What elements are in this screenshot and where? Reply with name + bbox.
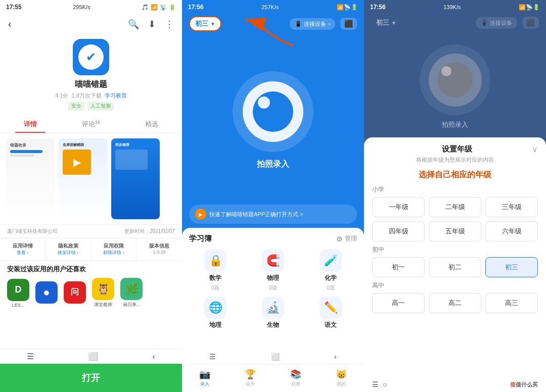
grade-btn-g1[interactable]: 一年级	[372, 197, 425, 217]
search-icon[interactable]: 🔍	[128, 19, 139, 30]
mini-icon-4: 🦉	[92, 278, 114, 300]
nav-scan[interactable]: 📷 录入	[182, 369, 228, 387]
app-links: 应用详情 查看 › 隐私政策 政策详情 › 应用权限 权限详情 › 版本信息 1…	[0, 238, 182, 261]
time-1: 17:55	[6, 4, 22, 11]
also-like-section: 安装过该应用的用户还喜欢 D LES... ● 问 🦉 课堂教师 🌿 扇贝单..…	[0, 261, 182, 310]
nav-back-icon[interactable]: ‹	[152, 352, 155, 361]
brand-label: 值值什么买	[510, 381, 538, 388]
grade-btn-h3[interactable]: 高三	[485, 293, 538, 313]
panel2-sys-nav: ☰ ⬜ ‹	[182, 350, 364, 364]
downloads: 1.8万次下载	[72, 92, 102, 100]
screenshot-3: 同步推荐	[111, 138, 160, 219]
speed-3: 139K/s	[443, 4, 461, 10]
camera-label-dim: 拍照录入	[442, 120, 468, 129]
subject-math[interactable]: 🔒 数学 0题	[189, 250, 242, 291]
sys-menu-icon-3[interactable]: ☰	[372, 380, 379, 388]
mini-icon-3: 问	[64, 281, 86, 304]
subject-biology[interactable]: 🔬 生物	[247, 297, 299, 331]
chevron-right-icon: ›	[328, 21, 330, 27]
header-icons: 🔍 ⬇ ⋮	[128, 19, 174, 30]
link-permission[interactable]: 应用权限 权限详情 ›	[91, 238, 136, 260]
nav-profile[interactable]: 😸 我的	[318, 369, 364, 387]
header-right-dim: 📱 连接设备 ⬛	[476, 17, 539, 29]
open-button[interactable]: 打开	[0, 364, 182, 392]
speed-2: 257K/s	[261, 4, 279, 10]
nav-home-icon[interactable]: ⬜	[88, 352, 98, 361]
download-icon[interactable]: ⬇	[148, 19, 156, 30]
manage-button[interactable]: ⚙ 管理	[336, 234, 357, 243]
also-like-app-4[interactable]: 🦉 课堂教师	[92, 278, 114, 308]
also-like-app-2[interactable]: ●	[35, 281, 58, 305]
more-icon[interactable]: ⋮	[165, 19, 174, 30]
scan-button[interactable]: ⬛	[340, 18, 357, 30]
panel-grade-bottom: ☰ ○ 值值什么买	[364, 377, 546, 392]
camera-icon	[233, 71, 313, 152]
sys-home-icon[interactable]: ⬜	[271, 353, 280, 361]
app-tabs: 详情 评论16 精选	[0, 116, 182, 133]
section-label-high: 高中	[372, 281, 538, 290]
sys-back-icon[interactable]: ‹	[334, 353, 337, 361]
grade-btn-m2[interactable]: 初二	[429, 257, 481, 277]
camera-label: 拍照录入	[257, 159, 289, 170]
sys-menu-icon[interactable]: ☰	[209, 353, 216, 361]
tag-safe: 安全	[68, 102, 84, 111]
scan-nav-icon: 📷	[199, 369, 210, 380]
connect-button[interactable]: 📱 连接设备 ›	[290, 18, 335, 30]
app-icon-inner: ✔	[78, 44, 104, 70]
grade-btn-g4[interactable]: 四年级	[372, 221, 425, 241]
back-button[interactable]: ‹	[8, 18, 12, 30]
nav-improve[interactable]: 🏆 提升	[228, 369, 273, 387]
nav-menu-icon[interactable]: ☰	[27, 352, 34, 361]
grade-btn-g3[interactable]: 三年级	[485, 197, 538, 217]
profile-nav-icon: 😸	[336, 369, 347, 380]
promo-banner[interactable]: ▶ 快速了解喵喵错题APP正确打开方式 >	[189, 205, 357, 224]
grade-grid-high: 高一 高二 高三	[372, 293, 538, 313]
connect-icon-dim: 📱	[481, 20, 488, 26]
header-right: 📱 连接设备 › ⬛	[290, 18, 357, 30]
wifi-icon: 📡	[160, 4, 167, 11]
subject-geography[interactable]: 🌐 地理	[189, 297, 242, 331]
section-label-elementary: 小学	[372, 185, 538, 194]
grade-btn-g5[interactable]: 五年级	[429, 221, 481, 241]
panel-grade: 17:56 139K/s 📶📡🔋 初三 ▼ 📱 连接设备 ⬛ 拍照录入	[364, 0, 546, 392]
also-like-app-3[interactable]: 问	[64, 281, 86, 305]
connect-button-dim: 📱 连接设备	[476, 17, 517, 29]
accumulate-nav-icon: 📚	[290, 369, 301, 380]
signal-icons-1: 🎵 📶 📡 🔋	[142, 4, 176, 11]
screenshot-1: 错题收录	[6, 138, 55, 219]
scan-button-dim: ⬛	[522, 17, 539, 29]
biology-icon: 🔬	[262, 297, 284, 319]
tab-detail[interactable]: 详情	[0, 116, 61, 133]
grade-btn-g2[interactable]: 二年级	[429, 197, 481, 217]
grade-sheet-header: 设置年级 ∨	[372, 144, 538, 154]
grade-selector[interactable]: 初三 ▼	[189, 16, 221, 31]
nav-accumulate[interactable]: 📚 积累	[273, 369, 318, 387]
status-bar-1: 17:55 295K/s 🎵 📶 📡 🔋	[0, 0, 182, 14]
tab-review[interactable]: 评论16	[61, 116, 121, 133]
grade-btn-h1[interactable]: 高一	[372, 293, 425, 313]
update-time: 更新时间：2021/02/07	[124, 228, 175, 235]
also-like-app-5[interactable]: 🌿 扇贝单...	[120, 278, 143, 308]
link-detail[interactable]: 应用详情 查看 ›	[0, 238, 46, 260]
also-like-title: 安装过该应用的用户还喜欢	[7, 265, 175, 274]
subject-chemistry[interactable]: 🧪 化学 0题	[304, 250, 357, 291]
grade-sheet-title: 设置年级	[442, 144, 472, 154]
grade-btn-m1[interactable]: 初一	[372, 257, 425, 277]
grade-sheet: 设置年级 ∨ 将根据年级为您展示对应的内容 选择自己相应的年级 小学 一年级 二…	[364, 137, 546, 392]
rating: 4.1分	[55, 92, 68, 100]
main-header: 初三 ▼ 📱 连接设备 › ⬛	[182, 14, 364, 31]
collapse-icon[interactable]: ∨	[532, 144, 538, 154]
subject-physics[interactable]: 🧲 物理 0题	[247, 250, 299, 291]
home-circle-icon[interactable]: ○	[383, 380, 387, 388]
camera-area[interactable]: 拍照录入	[182, 31, 364, 205]
grade-btn-g6[interactable]: 六年级	[485, 221, 538, 241]
also-like-app-1[interactable]: D LES...	[7, 279, 29, 308]
grade-btn-h2[interactable]: 高二	[429, 293, 481, 313]
subject-chinese[interactable]: ✏️ 语文	[304, 297, 357, 331]
grade-btn-m3[interactable]: 初三	[485, 257, 538, 277]
tab-featured[interactable]: 精选	[121, 116, 182, 133]
also-like-apps: D LES... ● 问 🦉 课堂教师 🌿 扇贝单...	[7, 278, 175, 308]
connect-icon: 📱	[295, 21, 302, 27]
category-link[interactable]: 学习教育	[105, 92, 127, 100]
link-privacy[interactable]: 隐私政策 政策详情 ›	[46, 238, 91, 260]
